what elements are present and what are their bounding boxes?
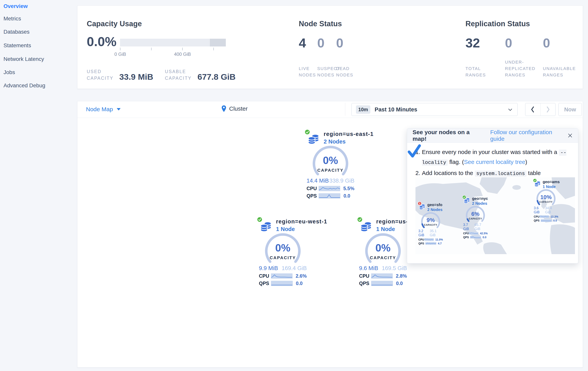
region-title: region=eu-west-1 xyxy=(276,218,307,225)
cpu-value: 2.8% xyxy=(396,273,407,279)
close-icon[interactable] xyxy=(567,133,573,138)
dead-nodes-label: DEAD NODES xyxy=(336,65,353,78)
region-group-eu-west-1[interactable]: region=eu-west-1 1 Node 0% CAPACITY 9.9 … xyxy=(259,218,307,286)
qps-value: 0.0 xyxy=(553,219,557,222)
mini-capacity-gauge: 10% CAPACITY xyxy=(536,189,556,206)
usable-capacity-label: USABLE CAPACITY xyxy=(165,68,192,82)
total-ranges-stat: 32 TOTAL RANGES xyxy=(465,36,505,78)
usable-capacity-value: 677.8 GiB xyxy=(198,73,236,82)
mini-used-capacity: 3.2 GiB xyxy=(418,229,430,237)
time-range-dropdown[interactable]: 10m Past 10 Minutes xyxy=(351,103,518,116)
cpu-sparkline xyxy=(319,186,340,191)
dead-nodes-stat: 0 DEAD NODES xyxy=(336,36,359,78)
mini-used-capacity: 3.6 GiB xyxy=(534,206,545,214)
geo-ams-node: geo=ams 1 Node 10% CAPACITY 3.6 GiB 34.4… xyxy=(534,180,558,222)
replication-status-title: Replication Status xyxy=(465,20,530,28)
capacity-gauge: 0% CAPACITY xyxy=(365,233,401,263)
time-back-button[interactable] xyxy=(525,103,540,116)
region-used-capacity: 14.4 MiB xyxy=(306,177,329,184)
database-stack-icon xyxy=(361,221,372,233)
time-range-badge: 10m xyxy=(356,105,370,114)
cpu-sparkline xyxy=(424,238,434,241)
mini-node-count: 2 Nodes xyxy=(427,207,443,212)
region-nodes-link[interactable]: 2 Nodes xyxy=(324,138,354,145)
database-stack-icon xyxy=(308,134,319,146)
big-checkmark-icon xyxy=(407,144,422,160)
qps-sparkline xyxy=(371,281,393,286)
gauge-percent: 0% xyxy=(365,242,401,254)
sidebar-item-advanced-debug[interactable]: Advanced Debug xyxy=(3,82,45,89)
unavailable-ranges-stat: 0 UNAVAILABLE RANGES xyxy=(543,36,584,78)
live-nodes-label: LIVE NODES xyxy=(299,65,316,78)
view-mode-dropdown[interactable]: Node Map xyxy=(86,106,121,113)
node-status-title: Node Status xyxy=(299,20,342,28)
system-locations-code: system.locations xyxy=(475,171,526,177)
unavailable-ranges-count: 0 xyxy=(543,36,584,49)
view-mode-label: Node Map xyxy=(86,106,113,113)
cpu-label: CPU xyxy=(534,215,540,218)
qps-value: 0.0 xyxy=(344,193,350,199)
region-title: region=us-west-1 xyxy=(376,218,407,225)
gauge-percent: 0% xyxy=(312,154,349,166)
used-capacity-value: 33.9 MiB xyxy=(119,73,153,82)
cpu-label: CPU xyxy=(418,238,424,241)
time-range-label: Past 10 Minutes xyxy=(375,106,417,113)
cpu-value: 2.6% xyxy=(296,273,307,279)
region-used-capacity: 9.9 MiB xyxy=(259,265,278,271)
sidebar-item-overview[interactable]: Overview xyxy=(3,3,28,9)
region-group-us-west-1[interactable]: region=us-west-1 1 Node 0% CAPACITY 9.6 … xyxy=(359,218,407,286)
time-forward-button[interactable] xyxy=(540,103,556,116)
qps-label: QPS xyxy=(359,281,371,286)
sidebar: Overview Metrics Databases Statements Ne… xyxy=(0,0,77,371)
qps-label: QPS xyxy=(306,193,319,199)
region-nodes-link[interactable]: 1 Node xyxy=(376,226,407,232)
now-button[interactable]: Now xyxy=(558,103,582,116)
sidebar-item-metrics[interactable]: Metrics xyxy=(3,16,21,22)
suspect-nodes-count: 0 xyxy=(317,36,336,49)
mini-node-count: 1 Node xyxy=(543,185,558,189)
mini-node-name: geo=ams xyxy=(543,180,558,184)
breadcrumb[interactable]: Cluster xyxy=(221,105,248,112)
cpu-label: CPU xyxy=(259,273,271,279)
mini-capacity-gauge: 6% CAPACITY xyxy=(466,206,485,222)
region-nodes-link[interactable]: 1 Node xyxy=(276,226,307,232)
sidebar-item-statements[interactable]: Statements xyxy=(3,42,31,49)
dead-nodes-count: 0 xyxy=(336,36,359,49)
capacity-gauge: 0% CAPACITY xyxy=(312,146,349,176)
under-replicated-stat: 0 UNDER- REPLICATED RANGES xyxy=(505,36,543,78)
capacity-bar: 0 GiB 400 GiB xyxy=(120,39,226,46)
database-stack-icon xyxy=(535,181,541,188)
node-map-toolbar: Node Map Cluster 10m Past 10 Minutes xyxy=(77,101,583,118)
breadcrumb-cluster-label: Cluster xyxy=(229,105,248,112)
mini-gauge-percent: 10% xyxy=(536,194,556,200)
cpu-sparkline xyxy=(271,273,293,279)
region-group-us-east-1[interactable]: region=us-east-1 2 Nodes 0% CAPACITY 14.… xyxy=(306,131,354,199)
region-total-capacity: 169.4 GiB xyxy=(282,265,307,271)
sidebar-item-network-latency[interactable]: Network Latency xyxy=(3,56,44,62)
mini-gauge-capacity-label: CAPACITY xyxy=(421,224,440,226)
cpu-value: 11.0% xyxy=(435,238,443,241)
database-stack-icon xyxy=(419,204,425,211)
cpu-value: 42.5% xyxy=(480,232,488,235)
cpu-label: CPU xyxy=(306,186,319,191)
qps-sparkline xyxy=(470,236,481,238)
sidebar-item-jobs[interactable]: Jobs xyxy=(3,69,15,75)
region-total-capacity: 169.5 GiB xyxy=(382,265,407,271)
qps-value: 0.0 xyxy=(396,281,403,286)
geo-nyc-node: geo=nyc 2 Nodes 6% CAPACITY 3.7 GiB 65.7… xyxy=(463,196,488,239)
chevron-down-icon xyxy=(508,108,512,112)
region-title: region=us-east-1 xyxy=(324,131,354,137)
cpu-label: CPU xyxy=(359,273,371,279)
mini-capacity-gauge: 9% CAPACITY xyxy=(421,212,440,229)
cpu-sparkline xyxy=(371,273,393,279)
qps-label: QPS xyxy=(259,281,271,286)
qps-value: 4.7 xyxy=(438,242,441,245)
qps-value: 0.0 xyxy=(296,281,303,286)
sidebar-item-databases[interactable]: Databases xyxy=(3,29,30,35)
mini-node-count: 2 Nodes xyxy=(472,201,488,206)
region-used-capacity: 9.6 MiB xyxy=(359,265,378,271)
locality-tree-link[interactable]: See current locality tree xyxy=(464,159,525,165)
cluster-summary-card: Capacity Usage 0.0% 0 GiB 400 GiB USED C… xyxy=(77,5,583,89)
cpu-sparkline xyxy=(540,215,549,218)
configuration-guide-link[interactable]: Follow our configuration guide xyxy=(490,129,567,142)
